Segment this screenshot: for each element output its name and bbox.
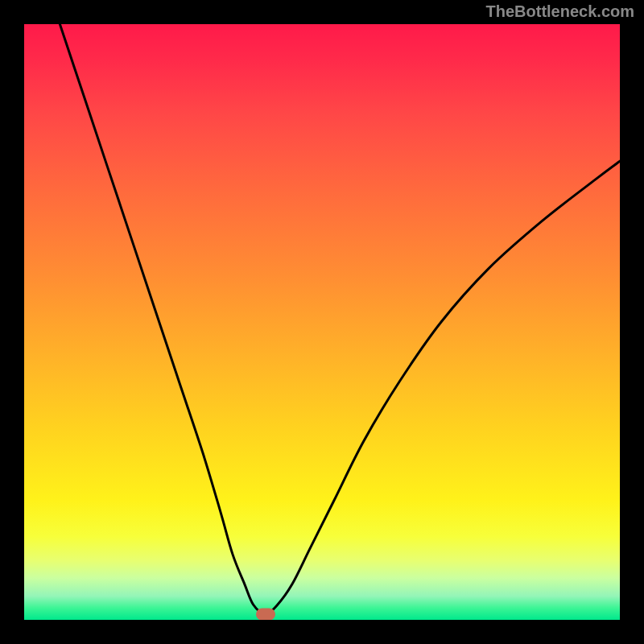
minimum-marker: [256, 608, 275, 620]
chart-container: TheBottleneck.com: [0, 0, 644, 644]
plot-area: [24, 24, 620, 620]
bottleneck-curve: [60, 24, 620, 614]
watermark-text: TheBottleneck.com: [486, 2, 634, 21]
curve-svg: [24, 24, 620, 620]
